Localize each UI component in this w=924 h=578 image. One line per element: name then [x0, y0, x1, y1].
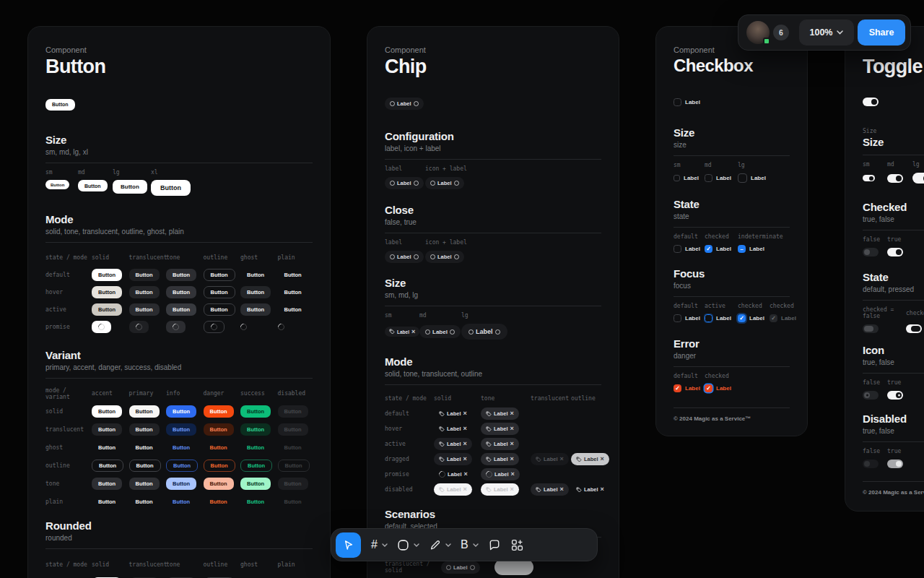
button-example[interactable]: Button [204, 460, 235, 472]
button-example[interactable]: Button [204, 478, 234, 490]
button-example[interactable] [204, 321, 225, 333]
button-example[interactable]: Button [166, 478, 196, 490]
chip-example[interactable]: Label× [385, 327, 419, 337]
button-example[interactable]: Button [166, 496, 196, 508]
button-example[interactable]: Button [278, 460, 310, 472]
button-example[interactable] [129, 321, 149, 333]
close-icon[interactable]: × [601, 486, 604, 493]
button-example[interactable]: Button [166, 269, 196, 281]
button-example[interactable]: Button [240, 303, 271, 316]
chevron-down-icon[interactable] [414, 543, 419, 547]
checkbox-example[interactable]: ✓ [738, 314, 746, 322]
chip-example[interactable]: Label× [434, 453, 472, 465]
pencil-tool-button[interactable] [429, 539, 441, 551]
button-example[interactable] [92, 321, 111, 333]
canvas[interactable]: { "header": {"badge_count": "6", "zoom_l… [0, 0, 924, 578]
component-tool-button[interactable] [510, 538, 524, 552]
collaborators-badge[interactable]: 6 [773, 25, 789, 40]
button-example[interactable]: Button [129, 460, 161, 472]
button-example[interactable]: Button [278, 303, 308, 316]
button-example[interactable]: Button [113, 180, 147, 194]
toggle-example[interactable] [906, 324, 922, 333]
checkbox-example[interactable]: ✓ [705, 384, 712, 392]
hash-tool-button[interactable]: # [371, 539, 378, 551]
chip-example[interactable]: Label× [434, 468, 473, 480]
button-example[interactable]: Button [166, 303, 196, 316]
toggle-example[interactable] [887, 391, 903, 400]
close-icon[interactable]: × [463, 426, 467, 432]
chip-example[interactable]: Label [385, 98, 424, 110]
close-icon[interactable]: × [464, 471, 468, 478]
chip-example[interactable]: Label× [434, 438, 472, 450]
button-example[interactable]: Button [129, 441, 160, 454]
button-example[interactable]: Button [92, 423, 122, 436]
button-example[interactable]: Button [278, 286, 308, 298]
chip-example[interactable]: Label× [531, 483, 569, 496]
chip-example[interactable]: Label× [481, 453, 519, 465]
chip-example[interactable]: Label× [481, 423, 519, 435]
chip-example[interactable]: Label× [481, 438, 519, 450]
close-icon[interactable]: × [463, 441, 467, 447]
chip-example[interactable]: Label [385, 251, 424, 263]
button-example[interactable]: Button [166, 460, 198, 472]
button-example[interactable]: Button [240, 460, 272, 472]
checkbox-example[interactable] [674, 98, 681, 106]
close-icon[interactable]: × [463, 456, 467, 462]
chevron-down-icon[interactable] [445, 543, 451, 547]
close-icon[interactable]: × [463, 410, 467, 417]
button-example[interactable]: Button [166, 405, 196, 418]
button-example[interactable]: Button [129, 269, 160, 281]
close-icon[interactable]: × [510, 410, 514, 417]
button-example[interactable]: Button [45, 180, 69, 189]
chip-example[interactable]: Label [441, 561, 480, 574]
button-example[interactable] [166, 321, 186, 333]
checkbox-example[interactable] [705, 174, 712, 182]
close-icon[interactable]: × [510, 441, 514, 447]
button-example[interactable]: Button [278, 269, 308, 281]
frame-checkbox[interactable]: Component Checkbox Label SizesizesmmdlgL… [655, 26, 808, 436]
checkbox-example[interactable]: ✓ [674, 384, 681, 392]
chevron-down-icon[interactable] [382, 543, 388, 547]
toggle-example[interactable] [863, 391, 879, 400]
shape-tool-button[interactable] [397, 539, 409, 551]
checkbox-example[interactable] [674, 314, 681, 322]
chip-example-selected[interactable] [494, 559, 533, 575]
avatar[interactable] [746, 21, 770, 44]
button-example[interactable]: Button [166, 441, 196, 454]
chip-example[interactable]: Label× [481, 468, 520, 480]
zoom-control[interactable]: 100% [799, 20, 854, 46]
chip-example[interactable]: Label× [481, 407, 519, 420]
button-example[interactable]: Button [204, 269, 235, 281]
button-example[interactable]: Button [92, 441, 122, 454]
frame-toggle[interactable]: Toggle SizeSizesmmdlg Checkedtrue, false… [845, 26, 924, 512]
button-example[interactable]: Button [92, 303, 122, 316]
button-example[interactable]: Button [240, 478, 271, 490]
close-icon[interactable]: × [463, 486, 467, 493]
share-button[interactable]: Share [858, 20, 905, 46]
button-example[interactable]: Button [204, 441, 234, 454]
button-example[interactable]: Button [45, 99, 75, 111]
button-example[interactable]: Button [240, 423, 271, 436]
button-example[interactable]: Button [278, 441, 308, 454]
close-icon[interactable]: × [510, 456, 514, 462]
checkbox-example[interactable] [705, 314, 712, 322]
toggle-example[interactable] [863, 324, 879, 333]
toggle-example[interactable] [863, 248, 879, 256]
chip-example[interactable]: Label [425, 251, 464, 263]
button-example[interactable]: Button [129, 405, 160, 418]
button-example[interactable]: Button [166, 286, 196, 298]
button-example[interactable]: Button [92, 478, 122, 490]
chip-example[interactable]: Label× [434, 483, 472, 496]
button-example[interactable]: Button [166, 423, 196, 436]
comment-tool-button[interactable] [488, 538, 501, 551]
button-example[interactable]: Button [129, 303, 160, 316]
chip-example[interactable]: Label [419, 325, 461, 338]
button-example[interactable]: Button [240, 286, 271, 298]
button-example[interactable]: Button [92, 405, 122, 418]
button-example[interactable]: Button [204, 423, 234, 436]
chip-example[interactable]: Label× [434, 423, 472, 435]
checkbox-example[interactable]: ✓ [705, 245, 712, 253]
chevron-down-icon[interactable] [473, 543, 479, 547]
close-icon[interactable]: × [510, 426, 514, 432]
toggle-example[interactable] [887, 248, 903, 256]
